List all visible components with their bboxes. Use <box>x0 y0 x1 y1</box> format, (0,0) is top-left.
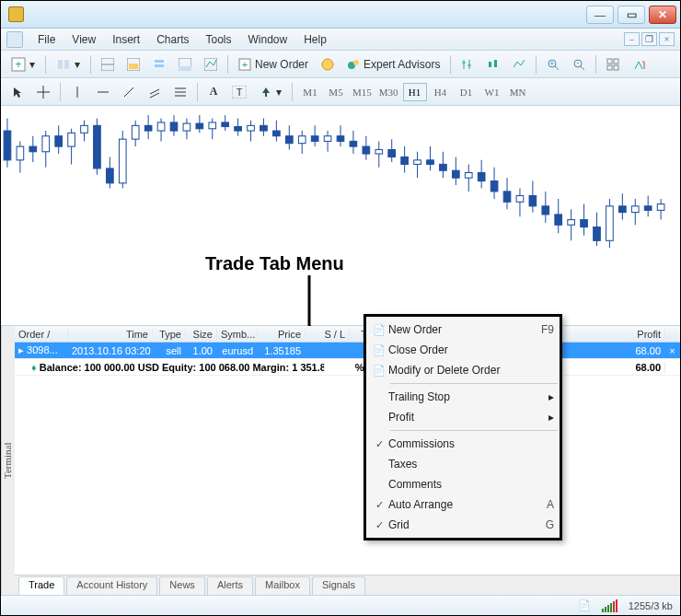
crosshair-icon[interactable] <box>32 82 54 102</box>
svg-rect-121 <box>516 195 524 202</box>
new-chart-button[interactable]: +▾ <box>6 54 40 75</box>
svg-rect-27 <box>614 65 618 70</box>
svg-rect-65 <box>157 122 165 131</box>
ctx-profit[interactable]: Profit▸ <box>366 407 560 427</box>
svg-rect-57 <box>107 169 114 183</box>
menu-window[interactable]: Window <box>241 31 295 48</box>
svg-rect-103 <box>401 157 409 164</box>
zoom-in-icon[interactable]: + <box>542 54 564 75</box>
col-symbol[interactable]: Symb... <box>217 329 258 340</box>
ctx-auto-arrange[interactable]: ✓Auto ArrangeA <box>366 494 560 515</box>
col-time[interactable]: Time <box>68 329 153 340</box>
tab-signals[interactable]: Signals <box>312 576 365 595</box>
zoom-out-icon[interactable]: - <box>568 54 590 75</box>
terminal-button[interactable] <box>174 54 196 75</box>
line-chart-icon[interactable] <box>508 54 530 75</box>
ctx-modify-order[interactable]: 📄Modify or Delete Order <box>366 360 560 380</box>
menu-insert[interactable]: Insert <box>105 31 147 48</box>
svg-rect-89 <box>311 136 318 142</box>
statusbar: 📄 1255/3 kb <box>1 595 680 615</box>
new-order-button[interactable]: +New Order <box>234 54 313 75</box>
mdi-icon[interactable] <box>6 31 23 48</box>
svg-rect-123 <box>529 195 537 205</box>
timeframe-h1[interactable]: H1 <box>403 83 427 101</box>
arrows-icon[interactable]: ▾ <box>255 82 286 102</box>
channel-icon[interactable] <box>144 82 166 102</box>
order-row[interactable]: ▸ 3098... 2013.10.16 03:20 sell 1.00 eur… <box>15 343 680 359</box>
metaquotes-icon[interactable] <box>317 54 339 75</box>
svg-rect-113 <box>465 172 472 178</box>
ctx-comments[interactable]: Comments <box>366 474 560 494</box>
close-button[interactable]: ✕ <box>649 6 676 24</box>
ctx-trailing-stop[interactable]: Trailing Stop▸ <box>366 387 560 407</box>
profiles-button[interactable]: ▾ <box>52 54 85 75</box>
svg-rect-97 <box>363 146 370 154</box>
svg-rect-25 <box>614 59 618 64</box>
timeframe-mn[interactable]: MN <box>506 83 530 101</box>
svg-rect-55 <box>94 125 101 169</box>
menu-help[interactable]: Help <box>296 31 334 48</box>
svg-text:T: T <box>237 87 243 98</box>
ctx-commissions[interactable]: ✓Commissions <box>366 434 560 454</box>
tab-alerts[interactable]: Alerts <box>207 576 253 595</box>
data-window-button[interactable] <box>122 54 144 75</box>
bar-chart-icon[interactable] <box>456 54 479 75</box>
expert-advisors-button[interactable]: Expert Advisors <box>342 54 444 75</box>
vertical-line-icon[interactable] <box>66 82 88 102</box>
col-order[interactable]: Order / <box>15 329 68 340</box>
tab-account-history[interactable]: Account History <box>66 576 157 595</box>
menu-charts[interactable]: Charts <box>149 31 196 48</box>
col-price[interactable]: Price <box>258 329 306 340</box>
ctx-new-order[interactable]: 📄New OrderF9 <box>366 320 560 340</box>
mdi-minimize[interactable]: – <box>624 32 640 46</box>
menu-tools[interactable]: Tools <box>199 31 239 48</box>
tile-windows-icon[interactable] <box>602 54 624 75</box>
market-watch-button[interactable] <box>97 54 119 75</box>
chart-area[interactable]: Trade Tab Menu <box>1 106 680 326</box>
svg-rect-41 <box>4 131 11 160</box>
connection-bars-icon <box>602 599 618 612</box>
col-type[interactable]: Type <box>153 329 186 340</box>
svg-rect-143 <box>657 204 664 211</box>
ctx-grid[interactable]: ✓GridG <box>366 515 560 535</box>
horizontal-line-icon[interactable] <box>92 82 114 102</box>
timeframe-h4[interactable]: H4 <box>429 83 453 101</box>
auto-scroll-icon[interactable] <box>628 54 650 75</box>
cursor-icon[interactable] <box>6 82 29 102</box>
svg-rect-67 <box>170 122 178 131</box>
svg-rect-2 <box>58 60 63 69</box>
timeframe-m1[interactable]: M1 <box>298 83 322 101</box>
timeframe-m5[interactable]: M5 <box>324 83 348 101</box>
timeframe-d1[interactable]: D1 <box>455 83 479 101</box>
navigator-button[interactable] <box>148 54 170 75</box>
svg-rect-49 <box>55 136 63 146</box>
tab-news[interactable]: News <box>159 576 205 595</box>
timeframe-w1[interactable]: W1 <box>480 83 504 101</box>
col-size[interactable]: Size <box>186 329 217 340</box>
text-tool-icon[interactable]: A <box>203 82 224 102</box>
strategy-tester-button[interactable] <box>200 54 222 75</box>
trendline-icon[interactable] <box>118 82 140 102</box>
svg-text:+: + <box>15 58 21 71</box>
text-label-icon[interactable]: T <box>227 82 251 102</box>
minimize-button[interactable]: — <box>586 6 614 24</box>
ctx-taxes[interactable]: Taxes <box>366 454 560 474</box>
menu-view[interactable]: View <box>64 31 103 48</box>
maximize-button[interactable]: ▭ <box>618 6 645 24</box>
tab-mailbox[interactable]: Mailbox <box>255 576 310 595</box>
menu-file[interactable]: File <box>30 31 63 48</box>
candle-chart-icon[interactable] <box>482 54 504 75</box>
col-sl[interactable]: S / L <box>306 329 350 340</box>
svg-line-32 <box>124 87 133 97</box>
titlebar: — ▭ ✕ <box>1 1 680 29</box>
svg-rect-85 <box>285 136 293 144</box>
fibonacci-icon[interactable] <box>169 82 191 102</box>
tab-trade[interactable]: Trade <box>18 576 64 595</box>
timeframe-m30[interactable]: M30 <box>376 83 401 101</box>
mdi-restore[interactable]: ❐ <box>641 32 657 46</box>
ctx-close-order[interactable]: 📄Close Order <box>366 340 560 360</box>
svg-rect-83 <box>273 131 281 136</box>
separator <box>90 55 91 74</box>
timeframe-m15[interactable]: M15 <box>350 83 375 101</box>
mdi-close[interactable]: × <box>659 32 675 46</box>
